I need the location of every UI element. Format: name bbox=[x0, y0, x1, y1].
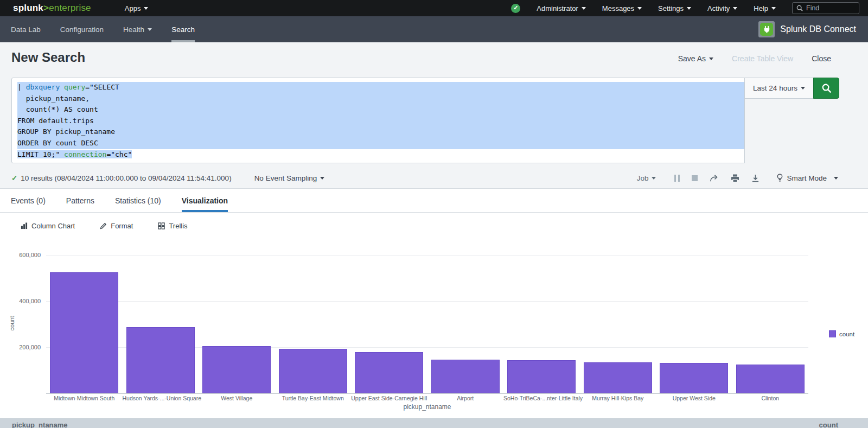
chevron-down-icon bbox=[148, 28, 152, 31]
page-title: New Search bbox=[11, 50, 85, 65]
stop-icon bbox=[692, 175, 698, 181]
chevron-down-icon bbox=[733, 7, 737, 10]
find-search-input[interactable]: Find bbox=[792, 2, 859, 14]
bar-Clinton[interactable] bbox=[736, 365, 805, 393]
legend-label: count bbox=[839, 331, 854, 337]
x-tick-label: SoHo-TriBeCa-...nter-Little Italy bbox=[503, 395, 580, 401]
bar-Upper East Side-Carnegie Hill[interactable] bbox=[355, 352, 423, 393]
nav-item-search[interactable]: Search bbox=[171, 16, 195, 42]
tab-label: Patterns bbox=[66, 196, 94, 205]
tab-label: Events (0) bbox=[11, 196, 46, 205]
trellis-button[interactable]: Trellis bbox=[158, 222, 187, 230]
bar-SoHo-TriBeCa-...nter-Little Italy[interactable] bbox=[507, 360, 576, 393]
tab-label: Visualization bbox=[182, 196, 228, 205]
y-tick-label: 400,000 bbox=[12, 298, 41, 304]
pause-button[interactable] bbox=[674, 175, 680, 182]
export-button[interactable] bbox=[751, 174, 760, 182]
chevron-down-icon bbox=[801, 87, 805, 90]
app-nav-items: Data Lab Configuration Health Search bbox=[11, 16, 195, 42]
results-status: 10 results (08/04/2024 11:00:00.000 to 0… bbox=[21, 174, 231, 182]
settings-label: Settings bbox=[658, 4, 684, 12]
nav-label: Health bbox=[123, 25, 144, 34]
bar-Hudson Yards-...-Union Square[interactable] bbox=[126, 327, 195, 393]
print-button[interactable] bbox=[731, 174, 739, 182]
administrator-menu[interactable]: Administrator bbox=[537, 4, 586, 12]
query-line: LIMIT 10;" connection="chc" bbox=[17, 149, 744, 161]
bar-Upper West Side[interactable] bbox=[660, 363, 728, 393]
bar-Murray Hill-Kips Bay[interactable] bbox=[584, 362, 652, 393]
logo-product-text: enterprise bbox=[49, 3, 91, 13]
tab-patterns[interactable]: Patterns bbox=[66, 189, 94, 212]
query-line: | dbxquery query="SELECT bbox=[17, 82, 744, 93]
table-column-pickup-ntaname[interactable]: pickup_ntaname bbox=[12, 421, 68, 428]
trellis-label: Trellis bbox=[169, 222, 187, 230]
chart-type-label: Column Chart bbox=[31, 222, 75, 230]
bar-Midtown-Midtown South[interactable] bbox=[50, 272, 118, 393]
chevron-down-icon bbox=[709, 58, 713, 60]
chevron-down-icon bbox=[834, 177, 838, 180]
app-brand[interactable]: Splunk DB Connect bbox=[758, 16, 856, 42]
tab-visualization[interactable]: Visualization bbox=[182, 189, 228, 212]
search-query-input[interactable]: | dbxquery query="SELECT pickup_ntaname,… bbox=[11, 78, 745, 163]
messages-menu[interactable]: Messages bbox=[602, 4, 642, 12]
chart-type-picker[interactable]: Column Chart bbox=[21, 222, 75, 230]
create-table-view-button: Create Table View bbox=[732, 54, 793, 63]
event-sampling-menu[interactable]: No Event Sampling bbox=[254, 174, 325, 182]
bar-Airport[interactable] bbox=[431, 360, 500, 393]
gridline bbox=[46, 301, 808, 302]
format-button[interactable]: Format bbox=[100, 222, 133, 230]
job-label: Job bbox=[637, 174, 649, 182]
settings-menu[interactable]: Settings bbox=[658, 4, 691, 12]
table-column-count[interactable]: count bbox=[819, 421, 838, 428]
stop-button[interactable] bbox=[692, 175, 698, 181]
search-submit-button[interactable] bbox=[813, 78, 839, 99]
column-chart: 200,000400,000600,000 count Midtown-Midt… bbox=[0, 239, 868, 412]
bar-Turtle Bay-East Midtown[interactable] bbox=[279, 349, 347, 393]
logo-splunk-text: splunk bbox=[13, 3, 43, 13]
close-button[interactable]: Close bbox=[812, 54, 831, 63]
chevron-down-icon bbox=[652, 177, 656, 180]
tab-events[interactable]: Events (0) bbox=[11, 189, 46, 212]
search-mode-menu[interactable]: Smart Mode bbox=[777, 174, 838, 182]
time-range-picker[interactable]: Last 24 hours bbox=[744, 78, 814, 99]
nav-label: Configuration bbox=[60, 25, 104, 34]
splunk-logo[interactable]: splunk>enterprise bbox=[13, 3, 91, 14]
nav-item-data-lab[interactable]: Data Lab bbox=[11, 16, 41, 42]
logo-gt-text: > bbox=[43, 3, 49, 13]
nav-item-health[interactable]: Health bbox=[123, 16, 152, 42]
nav-label: Data Lab bbox=[11, 25, 41, 34]
nav-item-configuration[interactable]: Configuration bbox=[60, 16, 104, 42]
tab-statistics[interactable]: Statistics (10) bbox=[115, 189, 161, 212]
job-menu[interactable]: Job bbox=[637, 174, 656, 182]
visualization-toolbar: Column Chart Format Trellis bbox=[0, 213, 868, 239]
download-icon bbox=[751, 174, 760, 182]
bar-West Village[interactable] bbox=[202, 346, 271, 393]
statistics-table-header[interactable]: pickup_ntaname count bbox=[0, 418, 868, 428]
x-tick-label: Midtown-Midtown South bbox=[46, 395, 123, 401]
health-status-icon[interactable] bbox=[511, 4, 520, 13]
search-mode-label: Smart Mode bbox=[787, 174, 827, 182]
results-check-icon: ✓ bbox=[11, 174, 17, 182]
share-icon bbox=[710, 174, 719, 182]
column-chart-icon bbox=[21, 222, 28, 229]
tab-label: Statistics (10) bbox=[115, 196, 161, 205]
activity-menu[interactable]: Activity bbox=[707, 4, 737, 12]
chevron-down-icon bbox=[320, 177, 324, 180]
chart-legend[interactable]: count bbox=[829, 330, 854, 337]
legend-swatch bbox=[829, 330, 836, 337]
header-actions: Save As Create Table View Close bbox=[678, 54, 831, 63]
job-status-row: ✓ 10 results (08/04/2024 11:00:00.000 to… bbox=[0, 167, 868, 189]
share-button[interactable] bbox=[710, 174, 719, 182]
y-axis-title: count bbox=[9, 312, 15, 334]
chart-plot-area: Midtown-Midtown SouthHudson Yards-...-Un… bbox=[46, 239, 808, 393]
save-as-button[interactable]: Save As bbox=[678, 54, 713, 63]
search-header-section: New Search Save As Create Table View Clo… bbox=[0, 42, 868, 189]
x-axis-title: pickup_ntaname bbox=[46, 403, 808, 411]
query-line: FROM default.trips bbox=[17, 116, 744, 127]
help-menu[interactable]: Help bbox=[754, 4, 776, 12]
x-tick-label: Hudson Yards-...-Union Square bbox=[123, 395, 199, 401]
x-tick-label: Upper East Side-Carnegie Hill bbox=[351, 395, 427, 401]
chevron-down-icon bbox=[144, 7, 148, 10]
x-tick-label: Clinton bbox=[732, 395, 809, 401]
apps-menu[interactable]: Apps bbox=[125, 4, 149, 12]
